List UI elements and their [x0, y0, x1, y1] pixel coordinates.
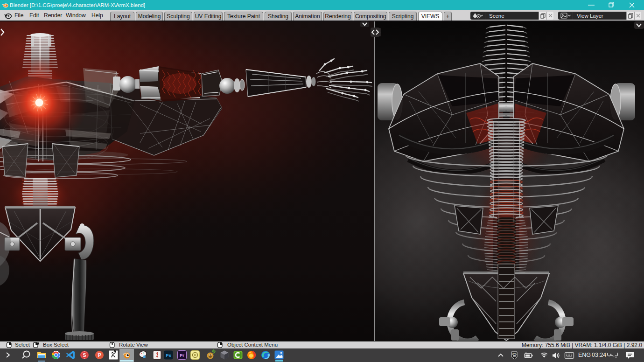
svg-text:S: S [83, 352, 86, 358]
svg-text:Pr: Pr [180, 353, 184, 358]
svg-text:T: T [97, 352, 100, 357]
svg-text:Ps: Ps [166, 353, 171, 358]
svg-text:EPIC: EPIC [512, 353, 517, 355]
